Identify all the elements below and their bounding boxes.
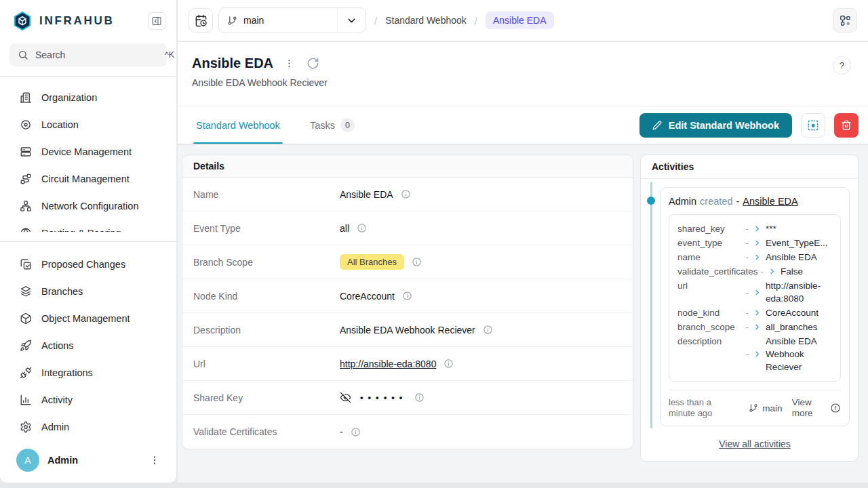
event-object-link[interactable]: Ansible EDA xyxy=(743,196,797,207)
info-icon[interactable] xyxy=(351,427,361,437)
property-row: node_kind - CoreAccount xyxy=(677,306,832,319)
detail-value: all xyxy=(340,223,349,234)
topbar: main / Standard Webhook / Ansible EDA xyxy=(178,0,868,41)
view-all-activities: View all activities xyxy=(660,438,850,450)
info-icon[interactable] xyxy=(414,392,425,403)
tab-tasks[interactable]: Tasks 0 xyxy=(310,106,355,144)
activity-event-card: Admin created - Ansible EDA shared_key -… xyxy=(660,187,850,426)
pencil-icon xyxy=(652,121,662,130)
activities-panel: Activities Admin created - Ansible EDA xyxy=(640,155,859,462)
tasks-count-badge: 0 xyxy=(340,118,355,132)
branch-selector[interactable]: main xyxy=(218,7,366,33)
sidebar-item-label: Object Management xyxy=(41,313,130,324)
manage-groups-button[interactable] xyxy=(801,113,825,138)
edit-standard-webhook-button[interactable]: Edit Standard Webhook xyxy=(639,113,792,138)
sidebar: INFRAHUB ^K Organization xyxy=(0,0,176,483)
chevron-right-icon[interactable] xyxy=(753,289,761,296)
view-all-activities-link[interactable]: View all activities xyxy=(719,439,791,449)
property-key: event_type xyxy=(677,237,743,249)
schema-visualizer-button[interactable] xyxy=(833,8,857,33)
sidebar-item-device-management[interactable]: Device Management xyxy=(0,138,176,165)
sidebar-item-branches[interactable]: Branches xyxy=(0,278,176,305)
sidebar-collapse-button[interactable] xyxy=(148,12,165,30)
sidebar-item-routing-peering[interactable]: Routing & Peering xyxy=(0,220,176,232)
detail-label: Node Kind xyxy=(193,291,340,302)
detail-value: Ansible EDA Webhook Reciever xyxy=(340,325,475,336)
info-icon[interactable] xyxy=(443,359,454,369)
box-select-icon xyxy=(807,119,819,131)
chevron-right-icon[interactable] xyxy=(753,225,761,232)
search-bar[interactable]: ^K xyxy=(9,43,167,66)
activity-footer: less than a minute ago main View more xyxy=(669,390,841,419)
sidebar-item-label: Admin xyxy=(41,422,69,432)
detail-label: Event Type xyxy=(193,223,340,234)
chevron-right-icon[interactable] xyxy=(753,253,761,261)
edit-button-label: Edit Standard Webhook xyxy=(669,120,779,131)
delete-button[interactable] xyxy=(834,113,859,138)
breadcrumb-separator: / xyxy=(475,15,477,26)
info-icon[interactable] xyxy=(402,291,412,301)
calendar-clock-button[interactable] xyxy=(189,8,213,33)
sidebar-item-actions[interactable]: Actions xyxy=(0,332,176,359)
sidebar-item-integrations[interactable]: Integrations xyxy=(0,359,176,386)
chevron-right-icon[interactable] xyxy=(768,268,776,275)
info-icon[interactable] xyxy=(412,257,422,267)
breadcrumb-current[interactable]: Ansible EDA xyxy=(486,12,554,29)
chevron-right-icon[interactable] xyxy=(753,350,761,358)
chevron-right-icon[interactable] xyxy=(753,239,761,247)
sidebar-item-organization[interactable]: Organization xyxy=(0,84,176,111)
sidebar-item-activity[interactable]: Activity xyxy=(0,386,176,413)
detail-row-node-kind: Node Kind CoreAccount xyxy=(182,279,633,313)
timeline-dot xyxy=(647,197,655,205)
refresh-icon[interactable] xyxy=(305,56,321,71)
event-verb: created xyxy=(700,196,732,207)
breadcrumb-separator: / xyxy=(374,15,377,26)
property-dash: - xyxy=(761,265,764,278)
sidebar-item-proposed-changes[interactable]: Proposed Changes xyxy=(0,251,176,278)
property-value: Ansible EDA Webhook Reciever xyxy=(766,335,832,373)
info-icon[interactable] xyxy=(357,223,367,233)
property-dash: - xyxy=(746,348,749,361)
sidebar-item-object-management[interactable]: Object Management xyxy=(0,305,176,332)
property-value: Ansible EDA xyxy=(766,251,832,264)
detail-label: Branch Scope xyxy=(193,257,340,268)
info-icon[interactable] xyxy=(401,189,411,199)
event-actor: Admin xyxy=(669,196,696,207)
tab-standard-webhook[interactable]: Standard Webhook xyxy=(196,106,280,144)
detail-row-branch-scope: Branch Scope All Branches xyxy=(182,245,633,279)
sidebar-item-circuit-management[interactable]: Circuit Management xyxy=(0,165,176,192)
property-key: url xyxy=(677,279,743,292)
view-more-link[interactable]: View more xyxy=(792,397,821,419)
property-dash: - xyxy=(746,286,749,299)
activity-timestamp: less than a minute ago xyxy=(669,397,739,419)
sidebar-item-admin[interactable]: Admin xyxy=(0,413,176,441)
details-panel: Details Name Ansible EDA Event Type all xyxy=(182,155,633,449)
chevron-right-icon[interactable] xyxy=(753,323,761,331)
chevron-right-icon[interactable] xyxy=(753,309,761,317)
title-kebab-menu-button[interactable] xyxy=(283,57,296,70)
app-root: INFRAHUB ^K Organization xyxy=(0,0,868,483)
sidebar-item-network-configuration[interactable]: Network Configuration xyxy=(0,192,176,220)
detail-label: Name xyxy=(193,189,340,200)
help-button[interactable]: ? xyxy=(833,56,851,75)
sidebar-item-location[interactable]: Location xyxy=(0,111,176,138)
breadcrumb-parent[interactable]: Standard Webhook xyxy=(385,15,467,26)
content-area: Details Name Ansible EDA Event Type all xyxy=(178,145,868,483)
plug-icon xyxy=(20,367,32,379)
timeline-line xyxy=(650,182,652,428)
tab-label: Standard Webhook xyxy=(196,120,280,131)
info-icon[interactable] xyxy=(483,325,493,335)
info-icon[interactable] xyxy=(830,403,841,413)
activity-branch-name: main xyxy=(762,403,782,413)
url-link[interactable]: http://ansible-eda:8080 xyxy=(340,359,436,369)
user-menu-button[interactable] xyxy=(146,452,163,468)
search-input[interactable] xyxy=(35,49,158,60)
sidebar-item-label: Activity xyxy=(41,394,73,405)
property-row: description - Ansible EDA Webhook Reciev… xyxy=(677,335,832,373)
activity-properties: shared_key - *** event_type - Event_Type… xyxy=(669,214,841,382)
network-icon xyxy=(20,200,32,212)
title-block: Ansible EDA Ansible EDA Webhook Reciever… xyxy=(178,42,868,106)
eye-off-icon[interactable] xyxy=(340,392,351,403)
user-row: A Admin xyxy=(0,441,176,483)
server-icon xyxy=(20,146,32,158)
